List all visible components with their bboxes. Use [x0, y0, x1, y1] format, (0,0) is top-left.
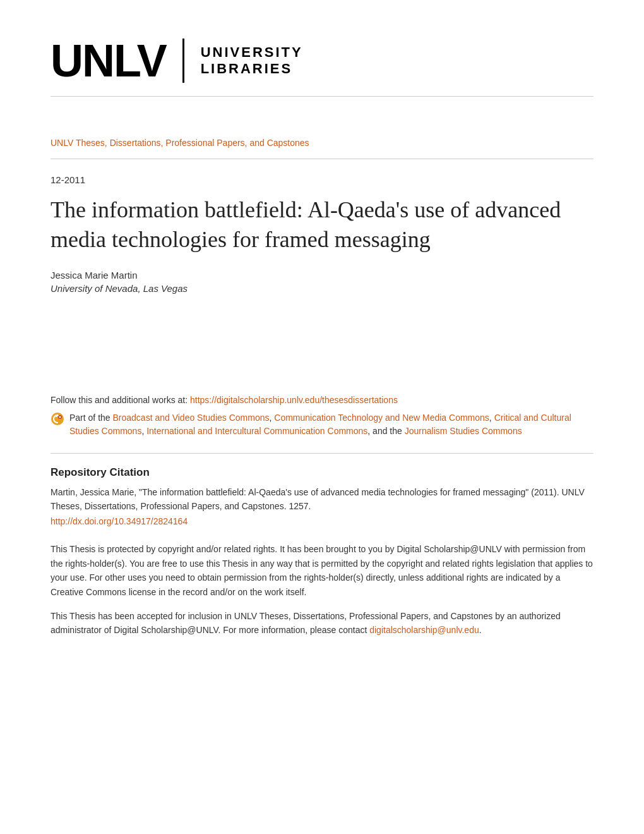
- repository-section: Repository Citation Martin, Jessica Mari…: [51, 466, 593, 528]
- citation-text: Martin, Jessica Marie, "The information …: [51, 485, 593, 514]
- and-text: , and the: [367, 426, 404, 436]
- broadcast-link[interactable]: Broadcast and Video Studies Commons: [112, 413, 269, 423]
- part-of-prefix: Part of the: [69, 413, 112, 423]
- svg-point-2: [59, 416, 61, 418]
- rights-prefix: This Thesis has been accepted for inclus…: [51, 611, 561, 635]
- follow-link[interactable]: https://digitalscholarship.unlv.edu/thes…: [190, 395, 398, 405]
- comm-tech-link[interactable]: Communication Technology and New Media C…: [274, 413, 489, 423]
- rights-suffix: .: [479, 625, 482, 635]
- logo-divider: [182, 39, 184, 83]
- breadcrumb-separator: [51, 159, 593, 159]
- publication-date: 12-2011: [51, 174, 85, 185]
- author-section: Jessica Marie Martin University of Nevad…: [51, 270, 593, 294]
- section-separator: [51, 453, 593, 454]
- comma-3: ,: [141, 426, 146, 436]
- follow-prefix: Follow this and additional works at:: [51, 395, 190, 405]
- citation-body: Martin, Jessica Marie, "The information …: [51, 487, 585, 511]
- title-section: The information battlefield: Al-Qaeda's …: [51, 195, 593, 255]
- follow-section: Follow this and additional works at: htt…: [51, 395, 593, 438]
- university-text: UNIVERSITY LIBRARIES: [201, 44, 303, 78]
- university-name: UNIVERSITY: [201, 44, 303, 61]
- follow-text: Follow this and additional works at: htt…: [51, 395, 593, 405]
- logo-separator: [51, 96, 593, 97]
- comma-2: ,: [489, 413, 494, 423]
- rights-text-1: This Thesis is protected by copyright an…: [51, 542, 593, 599]
- email-link[interactable]: digitalscholarship@unlv.edu: [369, 625, 479, 635]
- unlv-letters: UNLV: [51, 38, 166, 83]
- commons-icon: [51, 412, 64, 426]
- part-of-section: Part of the Broadcast and Video Studies …: [51, 411, 593, 438]
- breadcrumb-link[interactable]: UNLV Theses, Dissertations, Professional…: [51, 138, 309, 148]
- rights-text-2: This Thesis has been accepted for inclus…: [51, 609, 593, 638]
- breadcrumb: UNLV Theses, Dissertations, Professional…: [51, 137, 593, 148]
- logo-section: UNLV UNIVERSITY LIBRARIES: [51, 38, 593, 119]
- main-title: The information battlefield: Al-Qaeda's …: [51, 195, 593, 255]
- date-section: 12-2011: [51, 174, 593, 185]
- doi-link[interactable]: http://dx.doi.org/10.34917/2824164: [51, 516, 188, 526]
- unlv-logo: UNLV UNIVERSITY LIBRARIES: [51, 38, 303, 83]
- logo-container: UNLV UNIVERSITY LIBRARIES: [51, 38, 593, 83]
- journalism-link[interactable]: Journalism Studies Commons: [405, 426, 522, 436]
- part-of-text: Part of the Broadcast and Video Studies …: [69, 411, 593, 438]
- author-name: Jessica Marie Martin: [51, 270, 593, 281]
- intercultural-link[interactable]: International and Intercultural Communic…: [146, 426, 367, 436]
- author-institution: University of Nevada, Las Vegas: [51, 283, 593, 294]
- libraries-name: LIBRARIES: [201, 61, 303, 77]
- repository-title: Repository Citation: [51, 466, 593, 479]
